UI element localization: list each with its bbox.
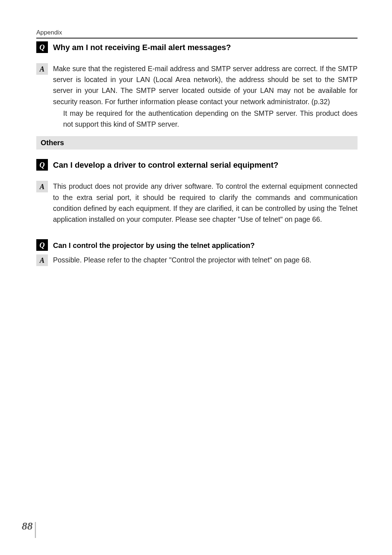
answer-badge-icon: A <box>36 181 48 192</box>
qa1-answer-block: A Make sure that the registered E-mail a… <box>36 63 358 130</box>
page-number-value: 88 <box>22 520 33 532</box>
qa3-question-block: Q Can I control the projector by using t… <box>36 239 358 251</box>
question-badge-icon: Q <box>36 41 48 53</box>
header-divider <box>36 38 358 38</box>
document-page: Appendix Q Why am I not receiving E-mail… <box>0 0 392 555</box>
qa1-answer-sub: It may be required for the authenticatio… <box>63 108 358 130</box>
qa2-answer-block: A This product does not provide any driv… <box>36 181 358 225</box>
qa1-answer-main: Make sure that the registered E-mail add… <box>53 63 358 107</box>
answer-badge-icon: A <box>36 63 48 75</box>
qa1-question-text: Why am I not receiving E-mail alert mess… <box>53 42 231 53</box>
qa2-answer-text: This product does not provide any driver… <box>53 181 358 225</box>
section-others-header: Others <box>36 136 358 150</box>
question-badge-icon: Q <box>36 159 48 171</box>
qa2-question-block: Q Can I develop a driver to control exte… <box>36 159 358 171</box>
qa3-answer-text: Possible. Please refer to the chapter "C… <box>53 254 358 265</box>
qa1-question-block: Q Why am I not receiving E-mail alert me… <box>36 41 358 53</box>
qa3-question-text: Can I control the projector by using the… <box>53 241 255 250</box>
header-section-label: Appendix <box>36 29 358 36</box>
page-number-bar-icon <box>35 522 36 538</box>
qa3-answer-block: A Possible. Please refer to the chapter … <box>36 254 358 266</box>
qa2-question-text: Can I develop a driver to control extern… <box>53 160 278 171</box>
question-badge-icon: Q <box>36 239 48 251</box>
answer-badge-icon: A <box>36 254 48 266</box>
page-number: 88 <box>22 519 36 535</box>
